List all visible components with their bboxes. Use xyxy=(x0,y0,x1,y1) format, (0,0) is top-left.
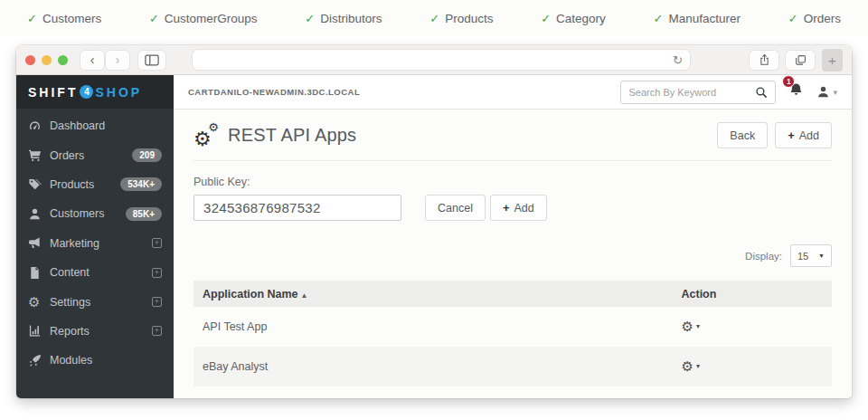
back-button[interactable]: Back xyxy=(717,122,768,148)
shift4shop-logo[interactable]: SHIFT 4 SHOP xyxy=(16,75,174,109)
new-tab-button[interactable]: + xyxy=(822,49,843,72)
forward-nav-button[interactable]: › xyxy=(106,51,129,70)
notifications-button[interactable]: 1 xyxy=(788,82,804,101)
orders-count-badge: 209 xyxy=(132,148,162,162)
check-icon: ✓ xyxy=(429,12,439,25)
checklist-label: Products xyxy=(445,12,493,25)
rocket-icon xyxy=(28,354,50,368)
add-app-button[interactable]: +Add xyxy=(775,122,832,148)
keyword-search-box xyxy=(620,81,776,104)
gears-icon: ⚙ xyxy=(28,295,50,309)
page-content: ⚙ ⚙ REST API Apps Back +Add Public Key: … xyxy=(174,110,852,398)
browser-chrome: ‹ › ↻ + xyxy=(16,45,852,75)
store-domain: CARTDANILO-NEWADMIN.3DC.LOCAL xyxy=(188,87,360,97)
account-menu-button[interactable]: ▾ xyxy=(816,85,837,99)
megaphone-icon xyxy=(28,236,50,250)
add-key-button[interactable]: +Add xyxy=(490,195,547,221)
zoom-window-button[interactable] xyxy=(58,55,68,65)
user-account-icon xyxy=(816,85,830,99)
sidebar-item-dashboard[interactable]: Dashboard xyxy=(16,111,174,140)
checklist-item-products[interactable]: ✓Products xyxy=(429,12,493,25)
column-header-application-name[interactable]: Application Name▲ xyxy=(193,281,673,307)
expand-icon[interactable]: + xyxy=(152,268,162,278)
share-button[interactable] xyxy=(750,51,778,70)
plus-icon: + xyxy=(503,201,510,215)
header-actions: 1 ▾ xyxy=(620,81,837,104)
checklist-item-customers[interactable]: ✓Customers xyxy=(27,12,101,25)
expand-icon[interactable]: + xyxy=(152,326,162,336)
title-divider xyxy=(193,160,832,161)
sidebar-item-reports[interactable]: Reports + xyxy=(16,317,174,346)
expand-icon[interactable]: + xyxy=(152,297,162,307)
sidebar-toggle-icon xyxy=(145,54,159,66)
checklist-label: Distributors xyxy=(320,12,382,25)
caret-down-icon: ▾ xyxy=(696,362,700,370)
sidebar-item-customers[interactable]: Customers 85K+ xyxy=(16,199,174,228)
sidebar-item-label: Marketing xyxy=(50,237,99,250)
display-label: Display: xyxy=(745,251,782,262)
search-icon[interactable] xyxy=(755,86,768,99)
sidebar-item-label: Settings xyxy=(50,296,90,309)
checklist-item-customergroups[interactable]: ✓CustomerGroups xyxy=(149,12,258,25)
app-name-cell: API Test App xyxy=(193,307,673,347)
sidebar-item-label: Customers xyxy=(50,207,104,220)
select-arrow-icon: ▼ xyxy=(818,253,825,259)
cancel-button[interactable]: Cancel xyxy=(425,195,486,221)
checklist-item-distributors[interactable]: ✓Distributors xyxy=(305,12,382,25)
customers-count-badge: 85K+ xyxy=(126,207,162,221)
expand-icon[interactable]: + xyxy=(152,238,162,248)
share-icon xyxy=(759,53,770,66)
sidebar-item-modules[interactable]: Modules xyxy=(16,346,174,375)
close-window-button[interactable] xyxy=(25,55,35,65)
row-action-menu-button[interactable]: ⚙ ▾ xyxy=(682,359,700,373)
gear-icon: ⚙ xyxy=(682,320,693,333)
sidebar-item-settings[interactable]: ⚙ Settings + xyxy=(16,287,174,316)
cart-icon xyxy=(28,148,50,162)
sidebar-menu: Dashboard Orders 209 Products 534K+ xyxy=(16,109,174,376)
admin-header: CARTDANILO-NEWADMIN.3DC.LOCAL 1 ▾ xyxy=(174,75,852,110)
logo-badge-4: 4 xyxy=(80,85,93,99)
check-icon: ✓ xyxy=(788,12,798,25)
checklist-item-category[interactable]: ✓Category xyxy=(541,12,606,25)
chevron-down-icon: ▾ xyxy=(833,88,837,97)
bar-chart-icon xyxy=(28,324,50,338)
checklist-item-orders[interactable]: ✓Orders xyxy=(788,12,841,25)
minimize-window-button[interactable] xyxy=(42,55,52,65)
traffic-lights xyxy=(25,55,68,65)
user-icon xyxy=(28,207,50,221)
sidebar-item-label: Reports xyxy=(50,325,90,338)
sidebar-item-marketing[interactable]: Marketing + xyxy=(16,229,174,258)
file-icon xyxy=(28,266,50,280)
main-panel: CARTDANILO-NEWADMIN.3DC.LOCAL 1 ▾ xyxy=(174,75,852,398)
browser-window: ‹ › ↻ + SHIFT 4 SHOP xyxy=(16,45,852,398)
gear-icon: ⚙ xyxy=(682,359,693,373)
display-count-select[interactable]: 15 ▼ xyxy=(790,244,832,267)
url-bar[interactable]: ↻ xyxy=(193,50,690,70)
search-input[interactable] xyxy=(628,87,755,98)
admin-shell: SHIFT 4 SHOP Dashboard Orders 209 xyxy=(16,75,852,398)
public-key-input[interactable] xyxy=(193,195,401,221)
products-count-badge: 534K+ xyxy=(120,177,162,191)
checklist-label: Customers xyxy=(42,12,101,25)
logo-text-shift: SHIFT xyxy=(28,85,78,100)
checklist-item-manufacturer[interactable]: ✓Manufacturer xyxy=(654,12,741,25)
check-icon: ✓ xyxy=(654,12,664,25)
sort-asc-icon: ▲ xyxy=(301,291,308,300)
sidebar-item-label: Content xyxy=(50,266,90,279)
gauge-icon xyxy=(28,119,50,133)
public-key-label: Public Key: xyxy=(193,176,832,188)
api-gears-icon: ⚙ ⚙ xyxy=(193,124,221,148)
sidebar-toggle-button[interactable] xyxy=(138,51,165,70)
row-action-menu-button[interactable]: ⚙ ▾ xyxy=(682,320,700,333)
tabs-icon xyxy=(795,54,807,66)
sidebar-item-content[interactable]: Content + xyxy=(16,258,174,287)
back-nav-button[interactable]: ‹ xyxy=(80,51,104,70)
nav-buttons: ‹ › xyxy=(80,51,129,70)
sidebar-item-orders[interactable]: Orders 209 xyxy=(16,140,174,169)
sidebar-item-products[interactable]: Products 534K+ xyxy=(16,170,174,199)
app-name-cell: eBay Analyst xyxy=(193,347,673,387)
tabs-overview-button[interactable] xyxy=(786,51,815,70)
sidebar-item-label: Orders xyxy=(50,149,84,162)
reload-icon[interactable]: ↻ xyxy=(673,54,683,66)
check-icon: ✓ xyxy=(305,12,315,25)
